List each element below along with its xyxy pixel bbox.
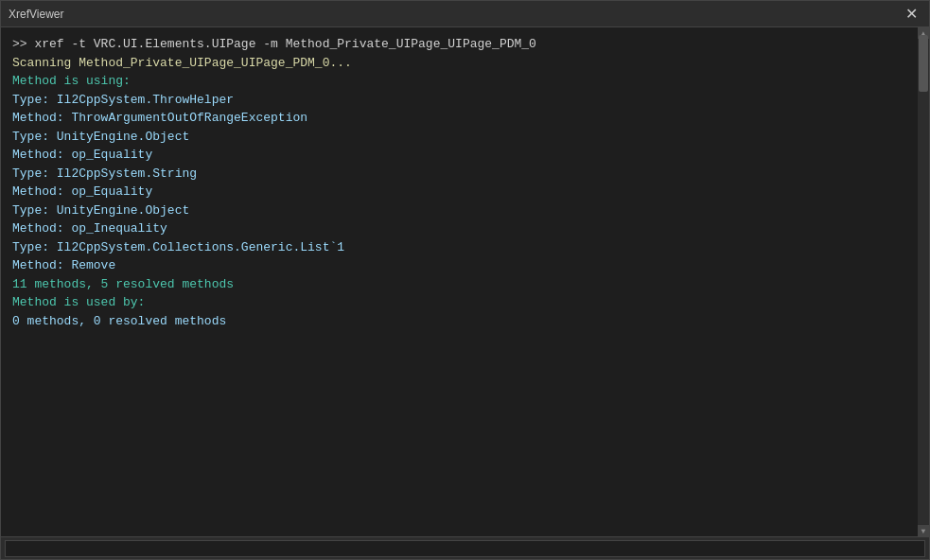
terminal-line-summary2: 0 methods, 0 resolved methods [12, 312, 906, 331]
scrollbar-arrow-down[interactable]: ▼ [918, 525, 929, 536]
window-title: XrefViewer [9, 8, 63, 21]
terminal-line-type4: Type: UnityEngine.Object [12, 201, 906, 220]
title-bar: XrefViewer ✕ [1, 1, 929, 27]
command-input[interactable] [5, 540, 925, 557]
terminal-line-method2: Method: op_Equality [12, 146, 906, 165]
terminal-line-cmd: >> xref -t VRC.UI.Elements.UIPage -m Met… [12, 35, 906, 54]
terminal-line-method4: Method: op_Inequality [12, 219, 906, 238]
close-button[interactable]: ✕ [902, 5, 921, 24]
terminal-output: >> xref -t VRC.UI.Elements.UIPage -m Met… [1, 27, 918, 536]
terminal-line-type2: Type: UnityEngine.Object [12, 128, 906, 147]
main-window: XrefViewer ✕ >> xref -t VRC.UI.Elements.… [0, 0, 930, 560]
terminal-line-scanning: Scanning Method_Private_UIPage_UIPage_PD… [12, 54, 906, 73]
terminal-line-method5: Method: Remove [12, 256, 906, 275]
terminal-line-method_used: Method is used by: [12, 293, 906, 312]
terminal-line-summary1: 11 methods, 5 resolved methods [12, 275, 906, 294]
terminal-line-method1: Method: ThrowArgumentOutOfRangeException [12, 109, 906, 128]
terminal-line-method_using: Method is using: [12, 72, 906, 91]
bottom-bar [1, 536, 929, 559]
terminal-line-type1: Type: Il2CppSystem.ThrowHelper [12, 91, 906, 110]
scrollbar[interactable]: ▲ ▼ [918, 27, 929, 536]
terminal-line-type3: Type: Il2CppSystem.String [12, 165, 906, 184]
content-area: >> xref -t VRC.UI.Elements.UIPage -m Met… [1, 27, 929, 536]
terminal-line-type5: Type: Il2CppSystem.Collections.Generic.L… [12, 238, 906, 257]
scrollbar-thumb[interactable] [919, 35, 928, 92]
terminal-line-method3: Method: op_Equality [12, 183, 906, 201]
